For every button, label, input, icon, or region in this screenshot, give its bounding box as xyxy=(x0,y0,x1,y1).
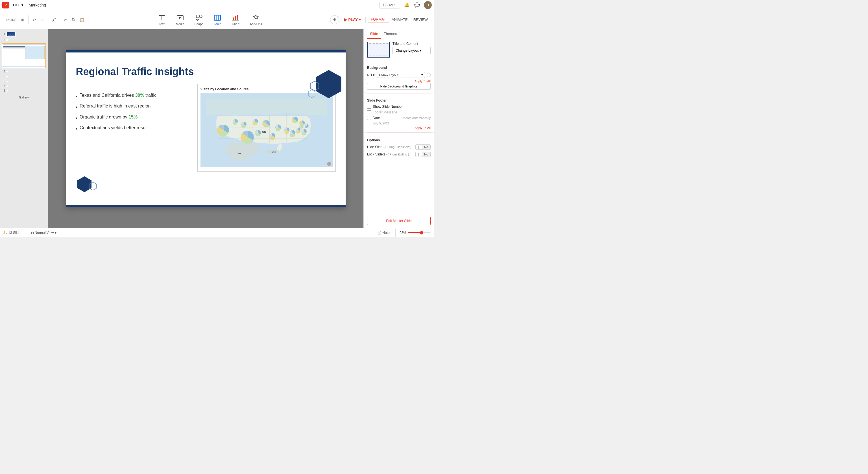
app-icon: P xyxy=(2,2,9,8)
play-icon: ▶ xyxy=(344,17,347,22)
canvas-area: Regional Traffic Insights • Texas and Ca… xyxy=(48,29,364,228)
footer-message-checkbox[interactable] xyxy=(367,110,371,114)
share-icon: ⤴ xyxy=(382,3,384,7)
fill-triangle-icon[interactable]: ▶ xyxy=(367,73,369,76)
show-slide-number-checkbox[interactable] xyxy=(367,105,371,109)
fill-row: ▶ Fill Follow Layout ▾ xyxy=(367,72,431,78)
shape-tool[interactable]: Shape xyxy=(192,13,206,27)
text-tool[interactable]: Text xyxy=(156,13,168,27)
change-layout-button[interactable]: Change Layout ▾ xyxy=(393,47,431,54)
bullet-4: • Contextual ads yields better result xyxy=(76,124,156,133)
hide-slide-toggle[interactable]: || No xyxy=(415,144,431,149)
date-value: July 5, 2021 xyxy=(373,122,431,125)
undo-button[interactable]: ↩ xyxy=(31,16,37,23)
footer-apply-to-all[interactable]: Apply To All xyxy=(367,126,431,130)
slide-thumb-4[interactable] xyxy=(6,71,8,72)
svg-marker-3 xyxy=(179,16,182,19)
media-label: Media xyxy=(176,22,184,26)
slide-footer-title: Slide Footer xyxy=(367,98,431,102)
tab-themes[interactable]: Themes xyxy=(381,29,400,39)
slide-canvas[interactable]: Regional Traffic Insights • Texas and Ca… xyxy=(66,50,346,207)
slide-thumb-wrapper-7: 7 xyxy=(2,84,46,88)
highlight-15pct: 15% xyxy=(128,114,137,120)
svg-rect-13 xyxy=(237,15,238,20)
normal-view-button[interactable]: ⊟ Normal View ▾ xyxy=(29,230,58,235)
date-checkbox[interactable] xyxy=(367,116,371,120)
toolbar: + SLIDE ⊞ ↩ ↪ 🖌 ✂ ⧉ 📋 Text Media xyxy=(0,10,434,29)
fill-color-circle[interactable] xyxy=(427,73,431,77)
slide-thumb-3[interactable]: 3 xyxy=(2,43,46,68)
slide-thumb-2[interactable] xyxy=(6,39,8,41)
zoom-control: 98% xyxy=(400,231,431,235)
lock-slide-ii[interactable]: || xyxy=(416,152,422,157)
redo-button[interactable]: ↪ xyxy=(39,16,45,23)
slide-thumb-5[interactable] xyxy=(6,76,8,77)
play-label: PLAY xyxy=(348,18,358,22)
layout-section: Title and Content Change Layout ▾ xyxy=(364,39,434,63)
avatar[interactable]: U xyxy=(424,1,432,9)
bottom-right: 📄 Notes 98% xyxy=(377,229,431,237)
zoom-thumb[interactable] xyxy=(420,231,423,234)
lock-slide-toggle[interactable]: || No xyxy=(415,152,431,157)
background-section: Background ▶ Fill Follow Layout ▾ Apply … xyxy=(364,63,434,93)
hide-slide-ii[interactable]: || xyxy=(416,145,422,149)
apply-to-all-link[interactable]: Apply To All xyxy=(367,79,431,83)
highlight-30pct: 30% xyxy=(135,93,144,98)
show-slide-number-label: Show Slide Number xyxy=(373,105,403,109)
lock-slide-no[interactable]: No xyxy=(422,152,430,157)
bullet-text-2: Referral traffic is high in east region xyxy=(80,102,151,110)
notes-button[interactable]: 📄 Notes xyxy=(377,231,391,235)
svg-marker-46 xyxy=(316,70,341,98)
paint-button[interactable]: 🖌 xyxy=(50,16,58,23)
background-title: Background xyxy=(367,66,431,70)
slide-num-6: 6 xyxy=(2,79,5,83)
chat-icon[interactable]: 💬 xyxy=(414,2,421,8)
chart-tool[interactable]: Chart xyxy=(229,13,242,27)
date-label: Date xyxy=(373,116,380,120)
footer-message-label: Footer Message xyxy=(373,110,397,114)
layout-title: Title and Content xyxy=(393,42,431,46)
doc-title: Marketing xyxy=(29,3,46,7)
media-tool[interactable]: Media xyxy=(174,13,187,27)
svg-marker-48 xyxy=(308,90,315,98)
slide-thumb-7[interactable] xyxy=(6,86,8,87)
addons-icon xyxy=(252,14,260,22)
edit-master-slide-button[interactable]: Edit Master Slide xyxy=(367,217,431,225)
slide-thumb-6[interactable] xyxy=(6,81,8,82)
notifications-icon[interactable]: 🔔 xyxy=(403,2,410,8)
copy-button[interactable]: ⧉ xyxy=(70,16,76,23)
zoom-bar-fill xyxy=(408,232,422,233)
gear-button[interactable]: ⚙ xyxy=(330,15,339,24)
zoom-percent: 98% xyxy=(400,231,406,235)
current-slide-num: 3 xyxy=(3,231,5,235)
chevron-down-icon: ▾ xyxy=(420,48,421,53)
add-slide-button[interactable]: + SLIDE xyxy=(3,16,18,23)
scissors-button[interactable]: ✂ xyxy=(62,16,69,23)
addons-tool[interactable]: Add-Ons xyxy=(247,13,264,27)
svg-text:CU: CU xyxy=(272,151,276,154)
table-tool[interactable]: Table xyxy=(211,13,224,27)
hide-background-button[interactable]: Hide Background Graphics xyxy=(367,83,431,90)
right-panel-tabs: Slide Themes xyxy=(364,29,434,39)
tab-review[interactable]: REVIEW xyxy=(410,16,431,23)
shape-icon xyxy=(195,14,203,22)
zoom-slider[interactable] xyxy=(408,232,431,233)
tab-format[interactable]: FORMAT xyxy=(368,16,389,23)
tab-slide[interactable]: Slide xyxy=(367,29,381,39)
bullet-text-1: Texas and California drives 30% traffic xyxy=(80,91,156,100)
share-button[interactable]: ⤴ SHARE xyxy=(379,2,400,8)
play-button[interactable]: ▶ PLAY ▾ xyxy=(341,16,363,24)
slide-thumb-1[interactable]: Marketing xyxy=(6,32,16,37)
slide-num-8: 8 xyxy=(2,89,5,92)
hide-slide-no[interactable]: No xyxy=(422,145,430,149)
tab-animate[interactable]: ANIMATE xyxy=(389,16,410,23)
format-tabs: FORMAT ANIMATE REVIEW xyxy=(368,16,431,23)
svg-rect-0 xyxy=(159,15,165,16)
file-menu[interactable]: FILE ▾ xyxy=(11,2,25,8)
fill-dropdown[interactable]: Follow Layout ▾ xyxy=(377,72,425,78)
paste-button[interactable]: 📋 xyxy=(78,16,86,23)
grid-view-button[interactable]: ⊞ xyxy=(19,16,26,23)
slide-thumb-8[interactable] xyxy=(6,90,8,92)
total-slides-label: / 13 Slides xyxy=(6,231,22,235)
top-bar: P FILE ▾ Marketing ⤴ SHARE 🔔 💬 U xyxy=(0,0,434,10)
